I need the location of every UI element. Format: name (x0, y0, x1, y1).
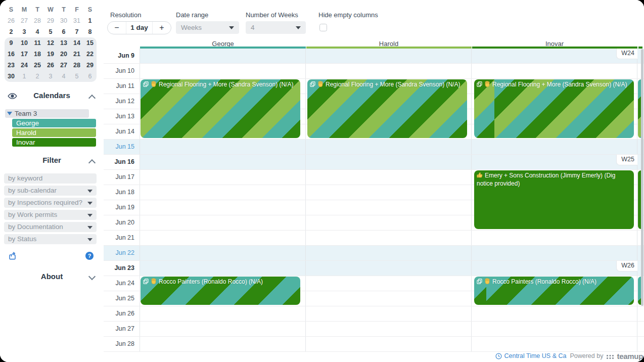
grid-cell[interactable] (306, 276, 472, 291)
grid-cell[interactable] (140, 140, 306, 154)
grid-cell[interactable] (306, 64, 472, 78)
mini-date[interactable]: 25 (31, 62, 44, 69)
grid-cell[interactable] (140, 215, 306, 230)
grid-cell[interactable] (140, 185, 306, 200)
timezone-link[interactable]: Central Time US & Ca (495, 352, 566, 359)
mini-date[interactable]: 13 (57, 39, 70, 47)
number-of-weeks-select[interactable]: 4 (246, 21, 306, 34)
grid-cell[interactable] (306, 215, 472, 230)
mini-date[interactable]: 2 (31, 73, 44, 80)
grid-cell[interactable] (306, 49, 472, 63)
mini-date[interactable]: 3 (18, 28, 31, 35)
grid-cell[interactable] (140, 337, 306, 351)
grid-cell[interactable] (140, 170, 306, 185)
grid-cell[interactable] (306, 170, 472, 185)
grid-cell[interactable] (472, 246, 637, 260)
mini-date[interactable]: 7 (70, 28, 83, 35)
mini-date[interactable]: 31 (70, 17, 83, 24)
grid-cell[interactable] (306, 261, 472, 276)
mini-date[interactable]: 22 (83, 51, 97, 58)
mini-date[interactable]: 6 (57, 28, 70, 35)
mini-date[interactable]: 5 (44, 28, 57, 35)
grid-cell[interactable] (140, 322, 306, 336)
grid-cell[interactable] (472, 322, 637, 336)
resolution-minus-button[interactable]: − (108, 22, 126, 34)
mini-date[interactable]: 24 (18, 62, 31, 69)
filter-work-permits-dropdown[interactable]: by Work permits (4, 210, 97, 220)
mini-date[interactable]: 29 (83, 62, 97, 69)
mini-date[interactable]: 11 (31, 39, 44, 47)
grid-cell[interactable] (306, 337, 472, 351)
hide-empty-columns-checkbox[interactable] (319, 24, 327, 31)
grid-cell[interactable] (306, 200, 472, 215)
mini-date[interactable]: 28 (31, 17, 44, 24)
mini-date[interactable]: 26 (5, 17, 18, 24)
mini-date[interactable]: 30 (5, 73, 18, 80)
calendar-group-team3[interactable]: Team 3 (5, 109, 89, 118)
mini-date[interactable]: 20 (57, 51, 70, 58)
filter-inspections-dropdown[interactable]: by Inspections required? (4, 198, 97, 208)
mini-date[interactable]: 9 (5, 39, 18, 47)
mini-date[interactable]: 4 (31, 28, 44, 35)
filter-subcalendar-dropdown[interactable]: by sub-calendar (4, 186, 97, 196)
mini-date[interactable]: 30 (57, 17, 70, 24)
mini-date[interactable]: 28 (70, 62, 83, 69)
mini-date[interactable]: 8 (83, 28, 97, 35)
grid-cell[interactable] (306, 185, 472, 200)
grid-cell[interactable] (306, 322, 472, 336)
event-regional-flooring-harold[interactable]: Regional Flooring + More (Sandra Svenson… (307, 79, 467, 138)
grid-cell[interactable] (472, 306, 637, 321)
filter-keyword-input[interactable] (4, 173, 97, 184)
subcalendar-george[interactable]: George (12, 119, 96, 127)
grid-cell[interactable] (140, 64, 306, 78)
mini-date[interactable]: 21 (70, 51, 83, 58)
mini-date[interactable]: 29 (44, 17, 57, 24)
mini-date[interactable]: 18 (31, 51, 44, 58)
mini-date[interactable]: 1 (83, 17, 97, 24)
grid-cell[interactable] (140, 231, 306, 245)
grid-cell[interactable] (306, 140, 472, 154)
event-emery-sons-inovar[interactable]: Emery + Sons Construction (Jimmy Emerly)… (474, 170, 634, 229)
date-range-select[interactable]: Weeks (176, 21, 239, 34)
grid-cell[interactable] (472, 337, 637, 351)
filter-status-dropdown[interactable]: by Status (4, 234, 97, 244)
mini-date[interactable]: 23 (5, 62, 18, 69)
mini-date[interactable]: 2 (5, 28, 18, 35)
mini-date[interactable]: 6 (83, 73, 97, 80)
mini-date[interactable]: 5 (70, 73, 83, 80)
grid-cell[interactable] (472, 49, 637, 63)
mini-date[interactable]: 1 (18, 73, 31, 80)
grid-cell[interactable] (472, 261, 637, 276)
mini-date[interactable]: 27 (57, 62, 70, 69)
filter-documentation-dropdown[interactable]: by Documentation (4, 222, 97, 232)
vertical-scrollbar-thumb[interactable] (641, 49, 643, 306)
grid-cell[interactable] (140, 200, 306, 215)
grid-cell[interactable] (140, 306, 306, 321)
mini-date[interactable]: 17 (18, 51, 31, 58)
mini-date[interactable]: 4 (57, 73, 70, 80)
grid-cell[interactable] (472, 231, 637, 245)
mini-date[interactable]: 12 (44, 39, 57, 47)
grid-cell[interactable] (472, 140, 637, 154)
mini-date[interactable]: 3 (44, 73, 57, 80)
grid-cell[interactable] (140, 155, 306, 169)
mini-date[interactable]: 27 (18, 17, 31, 24)
grid-cell[interactable] (306, 246, 472, 260)
mini-date[interactable]: 19 (44, 51, 57, 58)
grid-cell[interactable] (472, 155, 637, 169)
event-regional-flooring-inovar[interactable]: Regional Flooring + More (Sandra Svenson… (474, 79, 634, 138)
teamup-brand-link[interactable]: teamup (617, 352, 643, 360)
event-rocco-painters-george[interactable]: Rocco Painters (Ronaldo Rocco) (N/A) (141, 277, 300, 305)
grid-cell[interactable] (472, 64, 637, 78)
mini-date[interactable]: 16 (5, 51, 18, 58)
resolution-plus-button[interactable]: + (153, 22, 171, 34)
help-icon[interactable]: ? (85, 252, 94, 260)
grid-cell[interactable] (306, 155, 472, 169)
event-regional-flooring-george[interactable]: Regional Flooring + More (Sandra Svenson… (141, 79, 300, 138)
grid-cell[interactable] (140, 49, 306, 63)
mini-date[interactable]: 14 (70, 39, 83, 47)
mini-date[interactable]: 10 (18, 39, 31, 47)
grid-cell[interactable] (306, 231, 472, 245)
grid-cell[interactable] (306, 306, 472, 321)
subcalendar-harold[interactable]: Harold (12, 128, 96, 137)
